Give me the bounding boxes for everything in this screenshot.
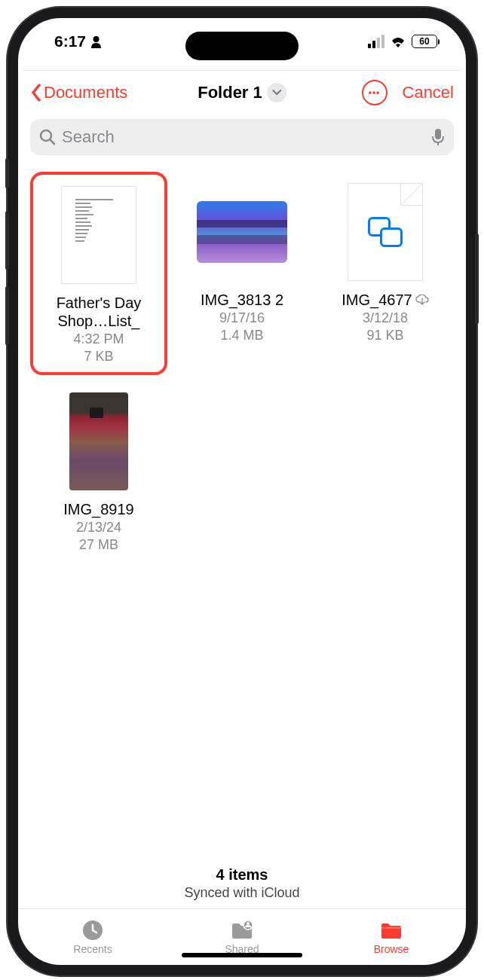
file-date: 3/12/18 [363, 310, 408, 326]
file-size: 27 MB [79, 537, 118, 553]
file-size: 91 KB [366, 328, 403, 343]
search-icon [39, 129, 56, 145]
file-name: Father's Day Shop…List_ [38, 294, 159, 330]
cancel-button[interactable]: Cancel [403, 83, 454, 102]
image-icon [69, 392, 128, 490]
ellipsis-icon: ••• [369, 87, 381, 98]
svg-point-0 [93, 36, 100, 42]
file-grid: Father's Day Shop…List_ 4:32 PM 7 KB IMG… [18, 163, 466, 854]
chevron-left-icon [30, 84, 42, 102]
side-button [5, 158, 9, 188]
back-button[interactable]: Documents [30, 83, 127, 102]
file-date: 2/13/24 [76, 520, 121, 536]
side-button [5, 211, 9, 270]
clock-icon [81, 919, 105, 942]
folder-icon [379, 919, 403, 942]
cloud-download-icon [415, 295, 429, 305]
file-date: 9/17/16 [219, 310, 265, 326]
search-input[interactable] [62, 127, 425, 147]
tab-label: Recents [73, 943, 112, 955]
document-icon [61, 186, 136, 284]
chevron-down-icon [267, 83, 286, 102]
file-thumbnail [54, 182, 144, 288]
folder-title-button[interactable]: Folder 1 [198, 83, 286, 102]
footer-info: 4 items Synced with iCloud [18, 854, 466, 908]
side-button [5, 286, 9, 345]
duplicate-icon [368, 217, 403, 247]
page-icon [348, 183, 423, 281]
more-button[interactable]: ••• [362, 80, 388, 105]
image-icon [197, 201, 287, 263]
item-count: 4 items [18, 866, 466, 884]
file-size: 7 KB [84, 349, 113, 365]
tab-browse[interactable]: Browse [317, 909, 466, 965]
wifi-icon [390, 35, 406, 47]
file-date: 4:32 PM [73, 331, 124, 347]
home-indicator[interactable] [182, 953, 302, 957]
side-button [475, 234, 479, 324]
nav-bar: Documents Folder 1 ••• Cancel [18, 71, 466, 114]
phone-frame: 6:17 60 Documents Folder 1 [8, 8, 476, 975]
screen: 6:17 60 Documents Folder 1 [18, 18, 466, 965]
file-item[interactable]: IMG_4677 3/12/18 91 KB [317, 172, 454, 375]
microphone-icon[interactable] [431, 128, 445, 146]
tab-label: Browse [374, 943, 409, 955]
svg-rect-3 [435, 129, 441, 139]
search-field[interactable] [30, 119, 454, 155]
battery-icon: 60 [412, 35, 437, 48]
file-thumbnail [54, 389, 144, 494]
shared-folder-icon [230, 919, 254, 942]
file-thumbnail [340, 179, 430, 285]
page-title: Folder 1 [198, 83, 262, 102]
svg-line-2 [51, 140, 55, 145]
file-item[interactable]: IMG_8919 2/13/24 27 MB [30, 381, 167, 560]
status-time: 6:17 [54, 32, 86, 50]
svg-point-7 [247, 922, 250, 925]
person-icon [90, 35, 102, 48]
file-item[interactable]: IMG_3813 2 9/17/16 1.4 MB [173, 172, 311, 375]
file-name: IMG_8919 [63, 500, 133, 518]
back-label: Documents [44, 83, 127, 102]
sync-status: Synced with iCloud [18, 885, 466, 901]
file-name: IMG_4677 [342, 291, 412, 309]
sheet-divider [22, 65, 462, 71]
file-name: IMG_3813 2 [201, 291, 283, 309]
file-size: 1.4 MB [220, 328, 263, 343]
tab-recents[interactable]: Recents [18, 909, 167, 965]
file-item[interactable]: Father's Day Shop…List_ 4:32 PM 7 KB [30, 172, 167, 375]
svg-rect-8 [381, 927, 401, 929]
file-thumbnail [197, 179, 287, 285]
notch [185, 32, 299, 60]
signal-icon [368, 35, 384, 48]
